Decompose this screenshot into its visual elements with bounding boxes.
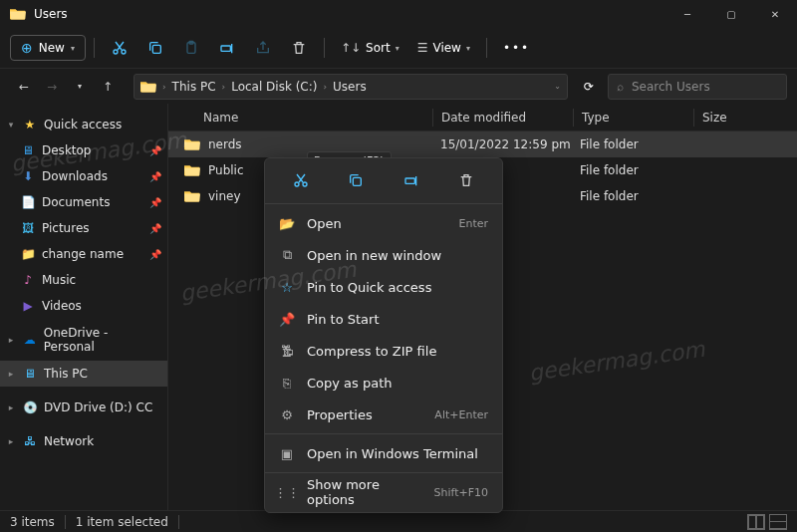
- sidebar-item-quick-access[interactable]: ▾★Quick access: [0, 112, 167, 137]
- view-button[interactable]: ☰ View ▾: [409, 41, 478, 55]
- rename-button[interactable]: [210, 33, 244, 63]
- column-header-size[interactable]: Size: [694, 111, 764, 125]
- file-type: File folder: [572, 163, 691, 177]
- column-header-name[interactable]: Name: [168, 111, 432, 125]
- paste-button[interactable]: [174, 33, 208, 63]
- svg-rect-2: [152, 45, 160, 53]
- window-close-button[interactable]: ✕: [753, 0, 797, 28]
- sidebar-item-desktop[interactable]: 🖥Desktop📌: [0, 137, 167, 163]
- shortcut-label: Enter: [458, 217, 488, 230]
- view-icon: ☰: [417, 41, 428, 55]
- copy-button[interactable]: [138, 33, 172, 63]
- search-icon: ⌕: [617, 80, 624, 94]
- window-maximize-button[interactable]: ▢: [709, 0, 753, 28]
- window-minimize-button[interactable]: ─: [665, 0, 709, 28]
- ctx-properties[interactable]: ⚙PropertiesAlt+Enter: [265, 399, 502, 430]
- sidebar-item-this-pc[interactable]: ▸🖥This PC: [0, 361, 167, 387]
- ctx-copy-path[interactable]: ⎘Copy as path: [265, 367, 502, 399]
- file-type: File folder: [572, 137, 691, 151]
- sidebar-item-label: OneDrive - Personal: [44, 326, 161, 354]
- ctx-cut-button[interactable]: [286, 166, 316, 194]
- sidebar-item-downloads[interactable]: ⬇Downloads📌: [0, 163, 167, 189]
- details-view-button[interactable]: [769, 514, 787, 530]
- sidebar-item-label: Downloads: [42, 169, 108, 183]
- ctx-show-more[interactable]: ⋮⋮Show more optionsShift+F10: [265, 476, 502, 508]
- new-button[interactable]: ⊕ New ▾: [10, 35, 86, 61]
- forward-button[interactable]: →: [38, 80, 66, 94]
- sidebar-item-label: Music: [42, 273, 76, 287]
- chevron-down-icon: ▾: [466, 44, 470, 53]
- table-row[interactable]: nerds 15/01/2022 12:59 pm File folder: [168, 132, 797, 157]
- ctx-copy-button[interactable]: [341, 166, 371, 194]
- search-placeholder: Search Users: [632, 80, 710, 94]
- breadcrumb[interactable]: Local Disk (C:): [231, 80, 317, 94]
- shortcut-label: Shift+F10: [433, 486, 488, 499]
- sidebar-item-documents[interactable]: 📄Documents📌: [0, 189, 167, 215]
- svg-rect-9: [405, 178, 414, 183]
- address-bar[interactable]: › This PC › Local Disk (C:) › Users ⌄: [133, 74, 568, 100]
- file-name: viney: [208, 189, 241, 203]
- properties-icon: ⚙: [279, 407, 295, 422]
- status-bar: 3 items 1 item selected: [0, 510, 797, 532]
- documents-icon: 📄: [20, 194, 36, 210]
- breadcrumb[interactable]: Users: [333, 80, 367, 94]
- status-item-count: 3 items: [10, 515, 55, 529]
- more-button[interactable]: •••: [503, 41, 530, 55]
- sidebar-item-onedrive[interactable]: ▸☁OneDrive - Personal: [0, 327, 167, 353]
- downloads-icon: ⬇: [20, 168, 36, 184]
- sidebar-item-dvd[interactable]: ▸💿DVD Drive (D:) CCCC: [0, 395, 167, 420]
- ctx-pin-quick[interactable]: ☆Pin to Quick access: [265, 271, 502, 303]
- ctx-delete-button[interactable]: [451, 166, 481, 194]
- share-button[interactable]: [246, 33, 280, 63]
- pc-icon: 🖥: [22, 366, 38, 382]
- ctx-item-label: Show more options: [307, 477, 421, 507]
- ctx-item-label: Open in new window: [307, 248, 488, 263]
- cut-button[interactable]: [103, 33, 136, 63]
- sidebar-item-label: Desktop: [42, 143, 92, 157]
- column-header-date[interactable]: Date modified: [433, 111, 573, 125]
- folder-icon: 📁: [20, 246, 36, 262]
- sidebar-item-change-name[interactable]: 📁change name📌: [0, 241, 167, 267]
- pin-icon: 📌: [149, 197, 161, 208]
- sidebar-item-label: Pictures: [42, 221, 90, 235]
- new-window-icon: ⧉: [279, 247, 295, 263]
- sort-button[interactable]: ↑↓ Sort ▾: [333, 41, 407, 55]
- ctx-rename-button[interactable]: [397, 166, 426, 194]
- back-button[interactable]: ←: [10, 80, 38, 94]
- divider: [178, 515, 179, 529]
- file-name: Public: [208, 163, 244, 177]
- refresh-button[interactable]: ⟳: [576, 80, 602, 94]
- new-label: New: [39, 41, 65, 55]
- delete-button[interactable]: [282, 33, 316, 63]
- sidebar-item-label: This PC: [44, 367, 88, 381]
- column-header-type[interactable]: Type: [574, 111, 693, 125]
- sidebar-item-label: Quick access: [44, 118, 122, 132]
- ctx-item-label: Properties: [307, 407, 422, 422]
- thumbnails-view-button[interactable]: [747, 514, 765, 530]
- divider: [65, 515, 66, 529]
- up-button[interactable]: ↑: [94, 80, 122, 94]
- ctx-open-terminal[interactable]: ▣Open in Windows Terminal: [265, 437, 502, 469]
- recent-dropdown[interactable]: ▾: [66, 82, 94, 91]
- music-icon: ♪: [20, 272, 36, 288]
- search-box[interactable]: ⌕ Search Users: [608, 74, 787, 100]
- divider: [94, 38, 95, 58]
- disc-icon: 💿: [22, 399, 38, 415]
- folder-icon: [184, 189, 200, 203]
- ctx-pin-start[interactable]: 📌Pin to Start: [265, 303, 502, 335]
- pin-icon: 📌: [149, 171, 161, 182]
- divider: [486, 38, 487, 58]
- sidebar-item-music[interactable]: ♪Music: [0, 267, 167, 293]
- sidebar-item-videos[interactable]: ▶Videos: [0, 293, 167, 319]
- ctx-compress[interactable]: 🗜Compress to ZIP file: [265, 335, 502, 367]
- folder-icon: [184, 137, 200, 151]
- chevron-down-icon[interactable]: ⌄: [554, 82, 561, 91]
- sidebar-item-pictures[interactable]: 🖼Pictures📌: [0, 215, 167, 241]
- file-type: File folder: [572, 189, 691, 203]
- window-title: Users: [34, 7, 68, 21]
- ctx-open[interactable]: 📂OpenEnter: [265, 207, 502, 239]
- ctx-open-new-window[interactable]: ⧉Open in new window: [265, 239, 502, 271]
- breadcrumb[interactable]: This PC: [172, 80, 216, 94]
- sidebar-item-network[interactable]: ▸🖧Network: [0, 428, 167, 454]
- pictures-icon: 🖼: [20, 220, 36, 236]
